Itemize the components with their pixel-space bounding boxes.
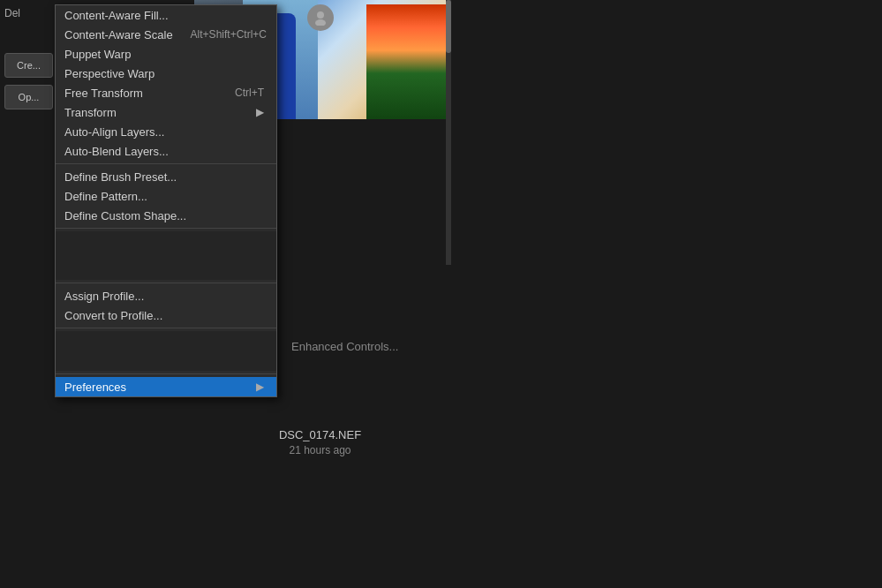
menu-item-label: Auto-Blend Layers...: [64, 145, 169, 158]
menu-item-content-aware-fill[interactable]: Content-Aware Fill...: [56, 5, 276, 25]
scrollbar[interactable]: [446, 0, 451, 265]
menu-item-preferences[interactable]: Preferences ▶: [56, 377, 276, 396]
separator-2: [56, 228, 276, 229]
menu-item-label: Content-Aware Scale: [64, 28, 173, 41]
menu-item-shortcut: Ctrl+T: [235, 87, 264, 99]
svg-point-1: [315, 19, 326, 26]
menu-item-define-brush-preset[interactable]: Define Brush Preset...: [56, 167, 276, 186]
menu-item-transform[interactable]: Transform ▶: [56, 102, 276, 122]
menu-item-auto-align-layers[interactable]: Auto-Align Layers...: [56, 122, 276, 141]
scrollbar-thumb[interactable]: [446, 0, 451, 53]
menu-item-shortcut: Alt+Shift+Ctrl+C: [191, 28, 267, 41]
separator-5: [56, 373, 276, 374]
menu-item-auto-blend-layers[interactable]: Auto-Blend Layers...: [56, 141, 276, 161]
menu-item-convert-to-profile[interactable]: Convert to Profile...: [56, 305, 276, 325]
create-button[interactable]: Cre...: [4, 53, 53, 78]
menu-item-label: Auto-Align Layers...: [64, 125, 164, 139]
menu-item-free-transform[interactable]: Free Transform Ctrl+T: [56, 83, 276, 102]
submenu-arrow-icon: ▶: [256, 106, 264, 118]
menu-item-label: Free Transform: [64, 87, 143, 100]
menu-item-label: Transform: [64, 106, 117, 119]
separator-3: [56, 283, 276, 283]
menu-item-label: Define Custom Shape...: [64, 209, 186, 222]
menu-item-label: Puppet Warp: [64, 48, 131, 61]
menu-empty-section-2: [56, 331, 276, 371]
menu-item-label: Perspective Warp: [64, 67, 155, 80]
menu-item-label: Content-Aware Fill...: [64, 9, 169, 22]
menu-item-define-custom-shape[interactable]: Define Custom Shape...: [56, 206, 276, 225]
action-buttons-container: Cre... Op...: [4, 53, 53, 109]
menu-empty-section-1: [56, 231, 276, 280]
file-name: DSC_0174.NEF: [194, 428, 446, 441]
file-time: 21 hours ago: [194, 444, 446, 456]
separator-4: [56, 328, 276, 328]
menu-item-assign-profile[interactable]: Assign Profile...: [56, 286, 276, 305]
photo-flowers: [366, 4, 446, 119]
menu-item-label: Convert to Profile...: [64, 309, 162, 322]
menu-item-define-pattern[interactable]: Define Pattern...: [56, 186, 276, 206]
svg-point-0: [317, 11, 324, 19]
menu-item-label: Define Brush Preset...: [64, 170, 177, 184]
menu-item-label: Define Pattern...: [64, 190, 147, 203]
separator-1: [56, 163, 276, 164]
menu-item-puppet-warp[interactable]: Puppet Warp: [56, 44, 276, 64]
file-info: DSC_0174.NEF 21 hours ago: [194, 428, 446, 456]
menu-item-label: Assign Profile...: [64, 290, 144, 303]
dropdown-menu: Content-Aware Fill... Content-Aware Scal…: [55, 4, 277, 397]
open-button[interactable]: Op...: [4, 85, 53, 109]
menu-item-perspective-warp[interactable]: Perspective Warp: [56, 64, 276, 83]
menu-item-label: Preferences: [64, 381, 126, 394]
submenu-arrow-preferences-icon: ▶: [256, 381, 264, 393]
avatar-icon: [307, 4, 334, 31]
menu-item-content-aware-scale[interactable]: Content-Aware Scale Alt+Shift+Ctrl+C: [56, 25, 276, 44]
person-icon: [313, 10, 328, 26]
enhanced-controls-label: Enhanced Controls...: [291, 340, 398, 353]
del-label: Del: [4, 7, 20, 19]
